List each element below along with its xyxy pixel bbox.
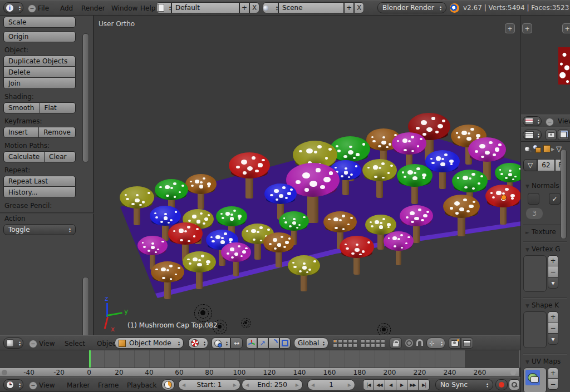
viewport-3d[interactable]: User Ortho + z y x (1) Mushroom Cap Top.…: [94, 16, 520, 335]
mushroom-cap[interactable]: [183, 251, 216, 272]
layer-cell[interactable]: [376, 344, 380, 348]
end-frame-field[interactable]: ◀ End: 250 ▶: [242, 379, 303, 390]
uv-expand-panel-icon[interactable]: +: [522, 23, 532, 33]
field-right-arrow-icon[interactable]: ▶: [348, 383, 351, 388]
add-layout-button[interactable]: +: [239, 2, 249, 13]
mushroom-cap[interactable]: [323, 211, 357, 232]
list-specials-button[interactable]: ▾: [548, 334, 558, 345]
layer-cell[interactable]: [366, 344, 370, 348]
mushroom-cap[interactable]: [397, 164, 433, 187]
mode-dropdown[interactable]: Object Mode ▴▾: [115, 338, 184, 349]
list-add-button[interactable]: +: [548, 311, 558, 322]
render-opengl-button[interactable]: [449, 338, 461, 349]
start-frame-field[interactable]: ◀ Start: 1 ▶: [178, 379, 240, 390]
snap-toggle-button[interactable]: ↔: [230, 338, 243, 349]
layer-cell[interactable]: [338, 344, 342, 348]
snap-element-dropdown[interactable]: ▴▾: [212, 338, 230, 349]
operator-toggle-dropdown[interactable]: Toggle ▴▾: [3, 224, 76, 235]
shelf-button-origin[interactable]: Origin: [3, 31, 76, 42]
empty-object[interactable]: [241, 318, 251, 328]
play-button[interactable]: ▶: [396, 379, 407, 390]
view3d-collapse-menus-icon[interactable]: −: [29, 340, 37, 348]
layer-cell[interactable]: [343, 339, 347, 343]
list-add-button[interactable]: +: [548, 368, 558, 379]
timeline-ruler-scrollbar[interactable]: -40-200204060801001201401601802002202402…: [0, 368, 519, 377]
normals-checkbox-checked[interactable]: ✓: [549, 193, 561, 205]
shelf-button-scale[interactable]: Scale: [3, 17, 76, 28]
mushroom-cap[interactable]: [168, 222, 203, 245]
mushroom[interactable]: [288, 255, 320, 301]
lock-to-scene-button[interactable]: [390, 338, 402, 349]
manipulator-arc-button[interactable]: [268, 338, 279, 349]
mushroom[interactable]: [384, 231, 414, 275]
menubar-item-file[interactable]: File: [36, 1, 51, 16]
magnet-icon[interactable]: [416, 339, 423, 346]
mushroom[interactable]: [221, 242, 251, 286]
layer-cell[interactable]: [353, 339, 357, 343]
shelf-button-insert[interactable]: Insert: [3, 127, 39, 138]
shelf-button-duplicate-objects[interactable]: Duplicate Objects: [3, 56, 76, 67]
mushroom-cap[interactable]: [263, 232, 294, 252]
keying-set-button[interactable]: [509, 379, 520, 390]
panel-header-shape-k[interactable]: ▼Shape K: [521, 300, 570, 310]
panel-list[interactable]: [523, 368, 547, 392]
shelf-button-remove[interactable]: Remove: [39, 127, 76, 138]
layer-cell[interactable]: [371, 339, 375, 343]
layer-cell[interactable]: [371, 344, 375, 348]
play-reverse-button[interactable]: ◀: [385, 379, 396, 390]
uvmap-list-item-active[interactable]: [525, 370, 540, 385]
tool-shelf-scrollbar-lower[interactable]: [82, 277, 89, 339]
panel-header-vertex-g[interactable]: ▼Vertex G: [521, 244, 570, 254]
mushroom[interactable]: [340, 236, 374, 286]
jump-to-end-button[interactable]: ▶|: [419, 379, 430, 390]
manipulator-scale-button[interactable]: [279, 338, 291, 349]
field-right-arrow-icon[interactable]: ▶: [233, 383, 237, 388]
layer-cell[interactable]: [361, 339, 365, 343]
normals-checkbox-unchecked[interactable]: [528, 193, 539, 205]
uv-expand-panel-icon-right[interactable]: +: [562, 23, 570, 33]
shelf-button-join[interactable]: Join: [3, 78, 76, 89]
shelf-button-clear[interactable]: Clear: [45, 151, 76, 162]
object-cube-icon[interactable]: [543, 145, 551, 152]
shelf-button-smooth[interactable]: Smooth: [3, 102, 40, 113]
mushroom-cap[interactable]: [495, 163, 520, 182]
timeline-menu-marker[interactable]: Marker: [65, 378, 92, 392]
orientation-dropdown[interactable]: Global ▴▾: [294, 338, 328, 349]
timeline-menu-frame[interactable]: Frame: [96, 378, 121, 392]
list-add-button[interactable]: +: [548, 255, 558, 266]
mushroom-cap[interactable]: [221, 242, 251, 262]
mushroom-cap[interactable]: [155, 179, 188, 200]
properties-scrollbar[interactable]: [561, 149, 567, 239]
close-scene-button[interactable]: X: [354, 2, 364, 13]
mushroom-cap[interactable]: [400, 205, 433, 226]
layer-cell[interactable]: [338, 339, 342, 343]
field-left-arrow-icon[interactable]: ◀: [182, 383, 185, 388]
view3d-menu-select[interactable]: Select: [62, 336, 87, 351]
add-scene-button[interactable]: +: [344, 2, 354, 13]
mushroom-cap[interactable]: [443, 195, 480, 218]
snap-target-dropdown[interactable]: ⊹ ▴▾: [426, 338, 445, 349]
menubar-item-add[interactable]: Add: [58, 1, 75, 16]
empty-object[interactable]: [194, 304, 212, 322]
view3d-menu-view[interactable]: View: [37, 336, 57, 351]
shelf-button-calculate[interactable]: Calculate: [3, 151, 45, 162]
layer-cell[interactable]: [353, 344, 357, 348]
layer-cell[interactable]: [366, 339, 370, 343]
record-button[interactable]: [495, 379, 508, 390]
shelf-button-repeat-last[interactable]: Repeat Last: [3, 176, 76, 187]
playhead[interactable]: [89, 350, 91, 368]
mushroom-selected[interactable]: [485, 185, 520, 236]
mushroom-cap[interactable]: [279, 211, 309, 231]
close-layout-button[interactable]: X: [249, 2, 259, 13]
menubar-item-window[interactable]: Window: [109, 1, 140, 16]
manipulator-translate-button[interactable]: [246, 338, 257, 349]
timeline-collapse-menus-icon[interactable]: −: [29, 381, 37, 390]
layer-cell[interactable]: [333, 339, 337, 343]
next-keyframe-button[interactable]: ▶▶: [407, 379, 419, 390]
scene-field[interactable]: Scene: [278, 2, 344, 13]
tab-render[interactable]: [546, 130, 557, 140]
timeline-track[interactable]: [0, 350, 520, 368]
layer-cell[interactable]: [348, 344, 352, 348]
screen-layout-icon-button[interactable]: ▴▾: [156, 2, 171, 13]
mushroom-cap[interactable]: [340, 236, 374, 258]
